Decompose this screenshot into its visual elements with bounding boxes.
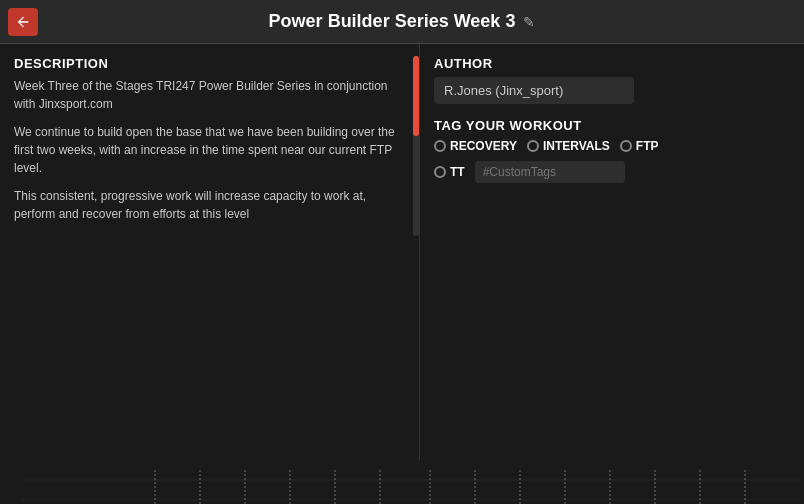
tag-intervals[interactable]: INTERVALS: [527, 139, 610, 153]
description-panel: DESCRIPTION Week Three of the Stages TRI…: [0, 44, 420, 460]
tag-row-2: TT: [434, 161, 790, 183]
author-name: R.Jones (Jinx_sport): [434, 77, 634, 104]
radio-recovery: [434, 140, 446, 152]
workout-chart: [0, 460, 804, 504]
scroll-bar[interactable]: [413, 56, 419, 236]
radio-intervals: [527, 140, 539, 152]
description-para-1: Week Three of the Stages TRI247 Power Bu…: [14, 77, 405, 113]
chart-container: Z1 Z2 Z3 Z4 Z5 Z6: [0, 460, 804, 504]
edit-icon[interactable]: ✎: [523, 14, 535, 30]
custom-tags-input[interactable]: [475, 161, 625, 183]
tag-tt-label: TT: [450, 165, 465, 179]
tag-workout-title: TAG YOUR WORKOUT: [434, 118, 790, 133]
description-para-2: We continue to build open the base that …: [14, 123, 405, 177]
back-button[interactable]: [8, 8, 38, 36]
page-title: Power Builder Series Week 3: [269, 11, 516, 32]
tag-row-1: RECOVERY INTERVALS FTP: [434, 139, 790, 153]
tag-ftp-label: FTP: [636, 139, 659, 153]
main-content: DESCRIPTION Week Three of the Stages TRI…: [0, 44, 804, 460]
author-tags-panel: AUTHOR R.Jones (Jinx_sport) TAG YOUR WOR…: [420, 44, 804, 460]
chart-area: Z1 Z2 Z3 Z4 Z5 Z6: [0, 460, 804, 504]
header: Power Builder Series Week 3 ✎: [0, 0, 804, 44]
tag-ftp[interactable]: FTP: [620, 139, 659, 153]
tag-recovery[interactable]: RECOVERY: [434, 139, 517, 153]
radio-ftp: [620, 140, 632, 152]
scroll-thumb: [413, 56, 419, 136]
description-title: DESCRIPTION: [14, 56, 405, 71]
tag-recovery-label: RECOVERY: [450, 139, 517, 153]
description-para-3: This consistent, progressive work will i…: [14, 187, 405, 223]
radio-tt: [434, 166, 446, 178]
tag-tt[interactable]: TT: [434, 165, 465, 179]
tag-intervals-label: INTERVALS: [543, 139, 610, 153]
author-title: AUTHOR: [434, 56, 790, 71]
